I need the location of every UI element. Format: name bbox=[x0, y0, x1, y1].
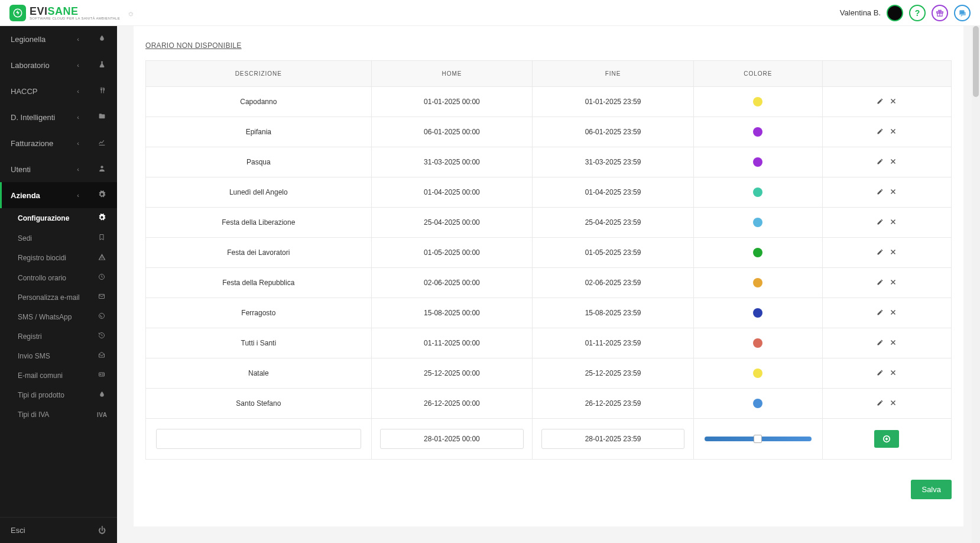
edit-icon[interactable] bbox=[877, 309, 884, 318]
cell-start: 01-11-2025 00:00 bbox=[371, 328, 533, 358]
edit-icon[interactable] bbox=[877, 128, 884, 137]
delete-icon[interactable] bbox=[890, 188, 897, 197]
cell-end: 25-04-2025 23:59 bbox=[533, 208, 694, 238]
cell-actions bbox=[822, 177, 951, 208]
chat-icon[interactable] bbox=[954, 5, 971, 21]
subnav-item-personalizza-e-mail[interactable]: Personalizza e-mail bbox=[0, 287, 117, 307]
color-dot bbox=[753, 399, 762, 408]
edit-icon[interactable] bbox=[877, 158, 884, 167]
logo-text: EVISANE SOFTWARE CLOUD PER LA SANITÀ AMB… bbox=[30, 6, 120, 20]
cell-start: 26-12-2025 00:00 bbox=[371, 389, 533, 419]
edit-icon[interactable] bbox=[877, 218, 884, 227]
delete-icon[interactable] bbox=[890, 309, 897, 318]
delete-icon[interactable] bbox=[890, 128, 897, 137]
new-color-slider[interactable] bbox=[705, 437, 812, 441]
history-icon bbox=[97, 332, 106, 341]
sidebar-item-laboratorio[interactable]: Laboratorio‹ bbox=[0, 52, 117, 78]
cell-actions bbox=[822, 147, 951, 177]
new-holiday-row bbox=[146, 419, 952, 460]
vertical-scrollbar[interactable] bbox=[972, 26, 980, 543]
cell-desc: Festa dei Lavoratori bbox=[146, 238, 372, 268]
sidebar-item-fatturazione[interactable]: Fatturazione‹ bbox=[0, 130, 117, 156]
delete-icon[interactable] bbox=[890, 399, 897, 408]
drop-icon bbox=[97, 390, 106, 400]
th-descrizione: Descrizione bbox=[146, 61, 372, 87]
subnav-item-tipi-di-iva[interactable]: Tipi di IVAIVA bbox=[0, 405, 117, 424]
cell-actions bbox=[822, 238, 951, 268]
delete-icon[interactable] bbox=[890, 369, 897, 378]
sidebar-item-azienda[interactable]: Azienda‹ bbox=[0, 182, 117, 208]
edit-icon[interactable] bbox=[877, 188, 884, 197]
save-button[interactable]: Salva bbox=[911, 480, 952, 499]
new-end-input[interactable] bbox=[541, 429, 685, 449]
sidebar-item-haccp[interactable]: HACCP‹ bbox=[0, 78, 117, 104]
svg-point-3 bbox=[100, 166, 103, 168]
scrollbar-thumb[interactable] bbox=[973, 26, 979, 97]
sidebar-item-d-intelligenti[interactable]: D. Intelligenti‹ bbox=[0, 104, 117, 130]
delete-icon[interactable] bbox=[890, 339, 897, 348]
sun-icon[interactable]: ☼ bbox=[127, 8, 135, 18]
cell-start: 06-01-2025 00:00 bbox=[371, 117, 533, 147]
sidebar-item-legionella[interactable]: Legionella‹ bbox=[0, 26, 117, 52]
table-row: Festa della Liberazione25-04-2025 00:002… bbox=[146, 208, 952, 238]
svg-point-8 bbox=[100, 374, 101, 375]
edit-icon[interactable] bbox=[877, 98, 884, 106]
edit-icon[interactable] bbox=[877, 399, 884, 408]
delete-icon[interactable] bbox=[890, 279, 897, 287]
delete-icon[interactable] bbox=[890, 248, 897, 257]
new-desc-input[interactable] bbox=[156, 429, 361, 449]
cell-end: 06-01-2025 23:59 bbox=[533, 117, 694, 147]
gift-icon[interactable] bbox=[932, 5, 948, 21]
edit-icon[interactable] bbox=[877, 248, 884, 257]
subnav-item-registri[interactable]: Registri bbox=[0, 327, 117, 346]
subnav-item-e-mail-comuni[interactable]: E-mail comuni bbox=[0, 366, 117, 385]
subnav-item-controllo-orario[interactable]: Controllo orario bbox=[0, 268, 117, 287]
cell-end: 01-11-2025 23:59 bbox=[533, 328, 694, 358]
delete-icon[interactable] bbox=[890, 158, 897, 167]
cell-desc: Festa della Liberazione bbox=[146, 208, 372, 238]
edit-icon[interactable] bbox=[877, 279, 884, 287]
color-dot bbox=[753, 97, 762, 106]
subnav-item-configurazione[interactable]: Configurazione bbox=[0, 208, 117, 228]
sidebar-item-esci[interactable]: Esci ⏻ bbox=[0, 518, 117, 543]
new-start-input[interactable] bbox=[380, 429, 524, 449]
subnav-item-registro-biocidi[interactable]: Registro biocidi bbox=[0, 248, 117, 268]
subnav-item-invio-sms[interactable]: Invio SMS bbox=[0, 346, 117, 366]
edit-icon[interactable] bbox=[877, 339, 884, 348]
cell-actions bbox=[822, 117, 951, 147]
envelope-icon bbox=[97, 293, 106, 302]
cell-actions bbox=[822, 358, 951, 389]
subnav-item-sedi[interactable]: Sedi bbox=[0, 228, 117, 248]
delete-icon[interactable] bbox=[890, 218, 897, 227]
subnav-item-tipi-di-prodotto[interactable]: Tipi di prodotto bbox=[0, 385, 117, 405]
warning-icon bbox=[97, 253, 106, 263]
brand-tagline: SOFTWARE CLOUD PER LA SANITÀ AMBIENTALE bbox=[30, 17, 120, 20]
add-button[interactable] bbox=[874, 430, 899, 448]
cell-end: 31-03-2025 23:59 bbox=[533, 147, 694, 177]
color-dot bbox=[753, 248, 762, 257]
subnav-item-sms-whatsapp[interactable]: SMS / WhatsApp bbox=[0, 307, 117, 327]
sidebar-item-label: Fatturazione bbox=[11, 139, 77, 148]
cell-desc: Ferragosto bbox=[146, 298, 372, 328]
delete-icon[interactable] bbox=[890, 98, 897, 106]
subnav-item-label: Controllo orario bbox=[18, 274, 97, 282]
chevron-left-icon: ‹ bbox=[77, 192, 79, 199]
cell-actions bbox=[822, 87, 951, 117]
cell-end: 01-05-2025 23:59 bbox=[533, 238, 694, 268]
logo[interactable]: EVISANE SOFTWARE CLOUD PER LA SANITÀ AMB… bbox=[9, 5, 120, 21]
edit-icon[interactable] bbox=[877, 369, 884, 378]
cell-end: 02-06-2025 23:59 bbox=[533, 268, 694, 298]
subnav-item-label: Configurazione bbox=[18, 214, 97, 222]
table-row: Ferragosto15-08-2025 00:0015-08-2025 23:… bbox=[146, 298, 952, 328]
cell-color bbox=[693, 177, 822, 208]
help-icon[interactable]: ? bbox=[909, 5, 926, 21]
sidebar-item-label: Legionella bbox=[11, 35, 77, 44]
cell-actions bbox=[822, 208, 951, 238]
user-icon bbox=[97, 164, 106, 174]
username-label[interactable]: Valentina B. bbox=[840, 8, 881, 17]
card-icon bbox=[97, 371, 106, 380]
sidebar-item-utenti[interactable]: Utenti‹ bbox=[0, 156, 117, 182]
th-actions bbox=[822, 61, 951, 87]
brand-accent: SANE bbox=[48, 5, 79, 17]
avatar[interactable] bbox=[887, 5, 903, 21]
